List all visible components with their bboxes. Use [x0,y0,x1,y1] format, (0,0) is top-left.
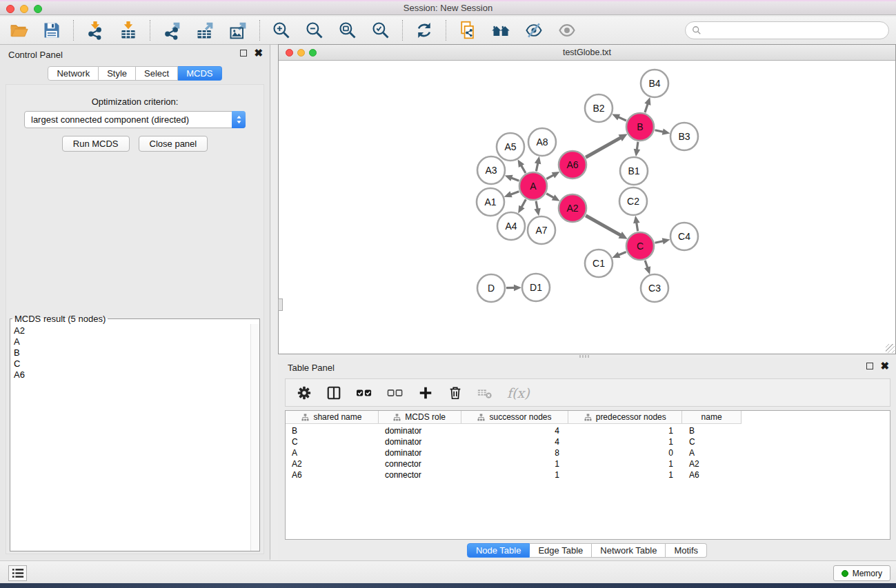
mcds-result-item[interactable]: A6 [11,369,250,381]
network-graph[interactable]: AA1A2A3A4A5A6A7A8BB1B2B3B4CC1C2C3C4DD1 [279,61,895,354]
close-network-button[interactable] [286,49,293,57]
table-row[interactable]: Cdominator41C [286,436,890,447]
home-button[interactable] [489,19,512,42]
graph-node-A8[interactable]: A8 [528,128,556,156]
graph-node-C3[interactable]: C3 [641,274,668,302]
table-cell[interactable]: connector [379,470,461,480]
tab-motifs[interactable]: Motifs [666,543,707,558]
graph-node-C[interactable]: C [626,232,654,260]
graph-node-C1[interactable]: C1 [585,250,613,277]
table-settings-button[interactable] [297,383,312,403]
column-header-name[interactable]: name [682,411,741,423]
close-table-panel-icon[interactable]: ✖ [880,362,889,370]
task-history-button[interactable] [8,565,27,581]
table-cell[interactable]: B [683,426,741,436]
table-cell[interactable]: B [286,426,379,436]
resize-grip[interactable] [886,344,895,353]
tab-network[interactable]: Network [48,66,99,81]
table-cell[interactable]: 4 [461,426,569,436]
add-row-button[interactable] [418,383,433,403]
table-cell[interactable]: A2 [286,459,379,469]
table-cell[interactable]: A2 [683,459,741,469]
import-network-button[interactable] [83,19,107,42]
tab-mcds[interactable]: MCDS [178,66,221,81]
graph-node-A[interactable]: A [519,172,547,200]
graph-edge-C-C3[interactable] [644,261,650,274]
network-canvas[interactable]: AA1A2A3A4A5A6A7A8BB1B2B3B4CC1C2C3C4DD1 [279,61,895,354]
graph-edge-A-A7[interactable] [534,201,540,216]
graph-edge-A-A2[interactable] [546,194,560,201]
mcds-result-item[interactable]: A [11,336,250,347]
table-row[interactable]: Adominator80A [286,447,890,458]
graph-node-B1[interactable]: B1 [620,157,648,185]
graph-node-B3[interactable]: B3 [670,123,698,150]
hide-details-button[interactable] [522,19,546,42]
zoom-selected-button[interactable] [369,19,392,42]
table-cell[interactable]: 1 [461,459,569,469]
graph-node-D1[interactable]: D1 [522,274,550,301]
minimize-network-button[interactable] [297,49,305,57]
tab-edge-table[interactable]: Edge Table [530,543,592,558]
graph-edge-A-A5[interactable] [518,159,526,173]
show-details-button[interactable] [555,19,579,42]
table-cell[interactable]: A6 [286,470,379,480]
graph-node-B2[interactable]: B2 [585,94,613,122]
zoom-window-button[interactable] [34,5,42,13]
graph-node-A2[interactable]: A2 [559,194,586,222]
select-all-button[interactable] [356,383,372,403]
mcds-result-item[interactable]: C [11,358,250,369]
close-panel-button[interactable]: Close panel [139,136,208,152]
import-table-button[interactable] [117,19,140,42]
table-cell[interactable]: A [683,448,741,458]
function-builder-button[interactable]: f(x) [507,383,530,403]
table-cell[interactable]: A6 [683,470,741,480]
table-cell[interactable]: connector [379,459,461,469]
search-field[interactable] [685,21,889,39]
zoom-in-button[interactable] [270,19,293,42]
close-window-button[interactable] [6,5,14,13]
graph-node-A5[interactable]: A5 [497,133,524,161]
table-cell[interactable]: 1 [569,470,683,480]
table-row[interactable]: Bdominator41B [286,425,890,436]
zoom-fit-button[interactable] [336,19,359,42]
divider-grip[interactable] [278,298,283,311]
clone-network-button[interactable] [456,19,479,42]
graph-edge-A-A6[interactable] [546,172,559,179]
graph-edge-B-B4[interactable] [644,97,650,112]
criterion-dropdown[interactable]: largest connected component (directed) [24,111,246,128]
column-view-button[interactable] [326,383,341,403]
close-panel-icon[interactable]: ✖ [254,49,263,57]
open-session-button[interactable] [7,19,30,42]
graph-node-C4[interactable]: C4 [670,223,698,250]
delete-row-button[interactable] [448,383,463,403]
graph-node-A3[interactable]: A3 [477,156,505,184]
graph-edge-A2-C[interactable] [586,216,628,239]
graph-edge-B-B1[interactable] [634,142,641,156]
graph-edge-D-D1[interactable] [506,285,521,292]
graph-edge-A-A1[interactable] [504,191,519,197]
graph-edge-A-A3[interactable] [505,175,519,181]
export-table-button[interactable] [193,19,217,42]
deselect-all-button[interactable] [387,383,404,403]
graph-node-B4[interactable]: B4 [641,70,668,97]
table-cell[interactable]: dominator [379,448,461,458]
graph-node-C2[interactable]: C2 [619,187,647,215]
search-input[interactable] [704,23,888,37]
zoom-network-button[interactable] [309,49,317,57]
graph-edge-C-C4[interactable] [655,238,670,244]
refresh-button[interactable] [412,19,436,42]
table-cell[interactable]: C [286,437,379,447]
tab-node-table[interactable]: Node Table [467,543,530,558]
result-scrollbar[interactable] [250,324,259,551]
minimize-window-button[interactable] [20,5,28,13]
graph-node-B[interactable]: B [626,113,654,141]
table-cell[interactable]: dominator [379,426,461,436]
graph-node-A7[interactable]: A7 [528,216,555,244]
run-mcds-button[interactable]: Run MCDS [62,136,130,152]
table-cell[interactable]: 4 [461,437,569,447]
mcds-result-item[interactable]: A2 [11,325,250,336]
tab-select[interactable]: Select [136,66,178,81]
delete-table-button[interactable] [477,383,492,403]
tab-style[interactable]: Style [99,66,136,81]
export-network-button[interactable] [160,19,183,42]
